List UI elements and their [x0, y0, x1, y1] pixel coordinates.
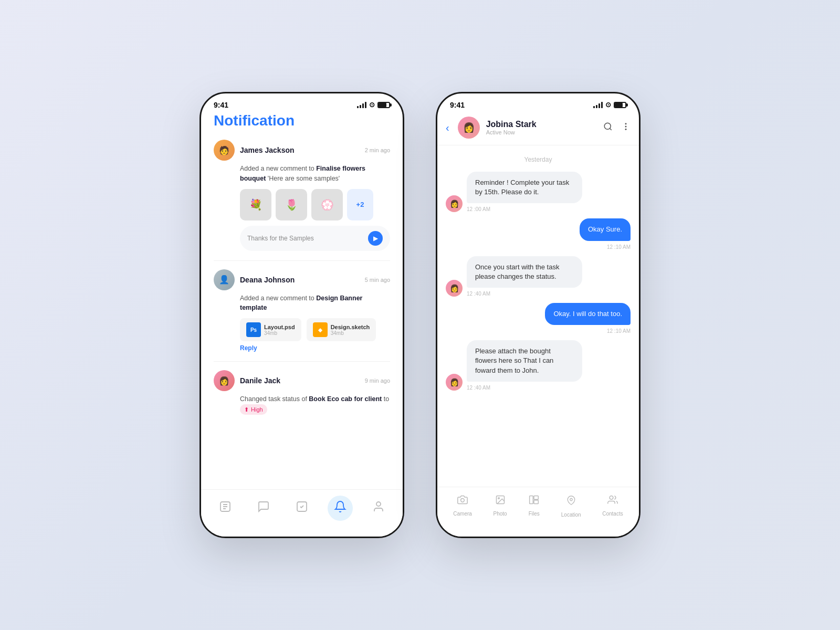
chat-inner: ‹ 👩 Jobina Stark Active Now — [437, 112, 639, 529]
task-name-3: Book Eco cab for client — [309, 395, 382, 403]
status-icons-left: ⊙ — [357, 101, 390, 109]
notif-user-1: 🧑 James Jackson — [214, 140, 295, 161]
toolbar-photo[interactable]: Photo — [493, 495, 507, 517]
notification-item-1: 🧑 James Jackson 2 min ago Added a new co… — [214, 140, 390, 261]
user-name-deana: Deana Johnson — [240, 276, 295, 284]
camera-icon — [456, 495, 469, 508]
back-button[interactable]: ‹ — [446, 122, 449, 134]
chat-icon — [257, 500, 270, 516]
chat-user-info: Jobina Stark Active Now — [486, 120, 597, 135]
msg-bubble-4: Okay. I will do that too. — [545, 303, 631, 325]
file-chip-1[interactable]: Ps Layout.psd 34mb — [240, 318, 301, 341]
user-name-danile: Danile Jack — [240, 376, 280, 385]
status-bar-right: 9:41 ⊙ — [437, 93, 639, 112]
chat-messages: Yesterday 👩 Reminder ! Complete your tas… — [437, 145, 639, 499]
file-chip-2[interactable]: ◆ Design.sketch 34mb — [307, 318, 376, 341]
notif-header-2: 👤 Deana Johnson 5 min ago — [214, 269, 390, 290]
notification-phone: 9:41 ⊙ Notification 🧑 James Jackson — [200, 92, 404, 538]
chat-status: Active Now — [486, 129, 597, 135]
toolbar-camera[interactable]: Camera — [453, 495, 472, 517]
profile-icon — [372, 500, 385, 516]
msg-group-4: Okay. I will do that too. 12 :10 AM — [545, 303, 631, 334]
nav-item-profile[interactable] — [366, 496, 391, 521]
user-name-james: James Jackson — [240, 146, 295, 154]
more-options-icon[interactable] — [621, 122, 631, 134]
msg-time-3: 12 :40 AM — [467, 291, 490, 297]
task-status-label: High — [251, 405, 263, 414]
date-divider: Yesterday — [446, 156, 631, 163]
notif-text-1: Added a new comment to Finalise flowers … — [240, 164, 390, 184]
notifications-icon-wrap — [328, 496, 353, 521]
chat-icon-wrap — [251, 496, 276, 521]
msg-time-1: 12 :00 AM — [467, 206, 490, 212]
time-left: 9:41 — [214, 101, 228, 109]
svg-line-7 — [610, 128, 611, 130]
svg-point-8 — [625, 123, 627, 124]
msg-avatar-3: 👩 — [446, 280, 463, 297]
nav-item-check[interactable] — [289, 496, 314, 521]
message-row-2: Okay Sure. 12 :10 AM — [446, 218, 631, 249]
notification-item-3: 👩 Danile Jack 9 min ago Changed task sta… — [214, 370, 390, 424]
contacts-icon — [607, 495, 618, 508]
msg-group-2: Okay Sure. 12 :10 AM — [580, 218, 631, 249]
task-status-arrow: ⬆ — [244, 405, 249, 414]
nav-item-tasks[interactable] — [213, 496, 238, 521]
avatar-danile: 👩 — [214, 370, 235, 391]
time-right: 9:41 — [450, 101, 465, 109]
msg-bubble-3: Once you start with the task please chan… — [467, 256, 582, 288]
task-name-1: Finalise flowers bouquet — [240, 165, 365, 182]
message-row-5: 👩 Please attach the bought flowers here … — [446, 340, 631, 391]
notif-text-3: Changed task status of Book Eco cab for … — [240, 394, 390, 415]
search-chat-icon[interactable] — [603, 122, 613, 134]
status-bar-left: 9:41 ⊙ — [201, 93, 403, 112]
avatar-deana: 👤 — [214, 269, 235, 290]
thumbnail-row: 💐 🌷 💮 +2 — [240, 189, 390, 220]
reply-send-button[interactable]: ▶ — [368, 231, 383, 246]
profile-icon-wrap — [366, 496, 391, 521]
notif-time-2: 5 min ago — [365, 277, 390, 283]
toolbar-contacts[interactable]: Contacts — [602, 495, 623, 517]
message-row-3: 👩 Once you start with the task please ch… — [446, 256, 631, 297]
location-icon — [566, 495, 576, 509]
file-info-1: Layout.psd 34mb — [264, 324, 295, 336]
thumb-1: 💐 — [240, 189, 271, 220]
svg-rect-17 — [534, 500, 538, 504]
file-size-2: 34mb — [331, 330, 370, 336]
notif-header-3: 👩 Danile Jack 9 min ago — [214, 370, 390, 391]
signal-icon-right — [593, 102, 603, 108]
reply-input-1[interactable]: Thanks for the Samples ▶ — [240, 226, 390, 251]
wifi-icon: ⊙ — [369, 101, 375, 109]
toolbar-location[interactable]: Location — [561, 495, 581, 518]
nav-item-notifications[interactable] — [328, 496, 353, 521]
svg-point-6 — [604, 123, 611, 129]
msg-avatar-1: 👩 — [446, 195, 463, 212]
photo-icon — [494, 495, 507, 508]
notif-time-3: 9 min ago — [365, 377, 390, 384]
svg-point-9 — [625, 125, 627, 127]
msg-time-4: 12 :10 AM — [607, 328, 631, 334]
msg-bubble-5: Please attach the bought flowers here so… — [467, 340, 582, 382]
wifi-icon-right: ⊙ — [605, 101, 611, 109]
file-name-2: Design.sketch — [331, 324, 370, 330]
toolbar-files[interactable]: Files — [528, 495, 540, 517]
chat-header-icons — [603, 122, 631, 134]
task-status-badge: ⬆ High — [240, 404, 267, 415]
files-icon — [528, 495, 540, 508]
reply-link[interactable]: Reply — [240, 344, 390, 352]
battery-icon-right — [614, 102, 626, 108]
svg-point-19 — [610, 496, 613, 500]
check-icon — [296, 500, 308, 516]
notif-user-2: 👤 Deana Johnson — [214, 269, 295, 290]
msg-time-5: 12 :40 AM — [467, 385, 490, 391]
notif-user-3: 👩 Danile Jack — [214, 370, 280, 391]
location-label: Location — [561, 512, 581, 518]
chat-bottom-toolbar: Camera Photo Files — [437, 487, 639, 537]
msg-bubble-1: Reminder ! Complete your task by 15th. P… — [467, 172, 582, 203]
contacts-label: Contacts — [602, 511, 623, 517]
notification-content: Notification 🧑 James Jackson 2 min ago A… — [201, 112, 403, 503]
avatar-james: 🧑 — [214, 140, 235, 161]
svg-point-18 — [570, 498, 572, 501]
svg-rect-16 — [534, 496, 538, 500]
nav-item-chat[interactable] — [251, 496, 276, 521]
svg-rect-15 — [530, 496, 533, 504]
